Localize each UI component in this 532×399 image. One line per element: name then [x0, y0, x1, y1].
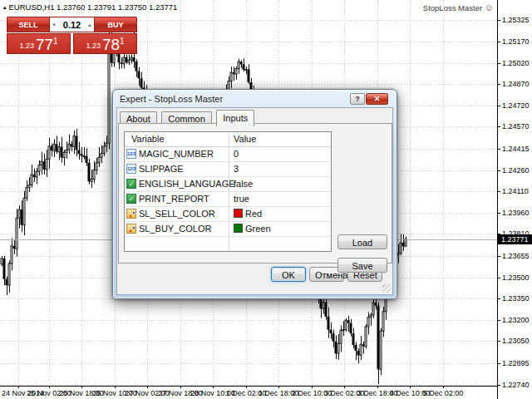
price-tick-mark: [498, 20, 500, 21]
buy-price-pipette: 1: [120, 37, 125, 52]
column-divider: [229, 132, 229, 251]
price-tick-mark: [498, 341, 500, 342]
symbol-ohlc-line: ▴EURUSD,H1 1.23760 1.23791 1.23750 1.237…: [3, 2, 177, 12]
price-tick-label: 1.23050: [502, 337, 530, 345]
price-tick-mark: [498, 256, 500, 257]
price-tick-mark: [498, 149, 500, 150]
color-type-icon: [126, 224, 136, 234]
time-tick-mark: [410, 387, 411, 388]
int-type-icon: 123: [126, 149, 136, 159]
lot-increase-button[interactable]: ▴: [86, 17, 94, 32]
price-tick-label: 1.24110: [502, 187, 529, 195]
price-tick-label: 1.23350: [502, 294, 530, 303]
price-tick-label: 1.22740: [502, 381, 530, 389]
tab-inputs[interactable]: Inputs: [216, 110, 254, 126]
parameter-value[interactable]: Green: [234, 224, 271, 234]
ok-button[interactable]: OK: [271, 267, 306, 282]
price-tick-label: 1.24570: [502, 122, 530, 131]
price-tick-label: 1.24720: [502, 101, 530, 110]
parameter-value[interactable]: 3: [234, 164, 239, 174]
buy-button[interactable]: BUY: [95, 17, 137, 32]
sell-price-box[interactable]: 1.23 77 1: [7, 33, 71, 54]
parameter-value[interactable]: false: [234, 179, 253, 189]
time-tick-mark: [246, 387, 247, 388]
price-axis[interactable]: 1.253251.251701.250201.248701.247201.245…: [497, 0, 532, 399]
smiley-icon: ☺: [485, 2, 494, 12]
price-tick-label: 1.24415: [502, 145, 530, 153]
parameter-name: SLIPPAGE: [139, 164, 184, 174]
dialog-title[interactable]: Expert - StopLoss Master: [120, 92, 223, 106]
time-tick-mark: [213, 387, 214, 388]
column-header-variable: Variable: [131, 134, 165, 144]
time-tick-mark: [147, 387, 148, 388]
time-tick-mark: [18, 387, 19, 388]
collapse-arrow-icon[interactable]: ▴: [3, 4, 7, 10]
expert-watermark: StopLoss Master ☺: [423, 2, 494, 12]
column-header-value: Value: [234, 134, 256, 144]
time-tick-mark: [312, 387, 313, 388]
parameter-row[interactable]: 123MAGIC_NUMBER0: [125, 147, 331, 162]
price-tick-mark: [498, 126, 500, 127]
parameter-value[interactable]: Red: [234, 209, 262, 219]
price-tick-mark: [498, 213, 500, 214]
parameters-table: Variable Value 123MAGIC_NUMBER0123SLIPPA…: [124, 131, 332, 252]
parameter-value[interactable]: 0: [234, 149, 239, 159]
price-tick-label: 1.25020: [502, 59, 530, 67]
time-axis[interactable]: 24 Nov 201425 Nov 02:0025 Nov 18:0026 No…: [0, 386, 497, 399]
sell-button[interactable]: SELL: [7, 17, 49, 32]
price-tick-mark: [498, 106, 500, 106]
time-tick-mark: [115, 387, 116, 388]
table-header-row: Variable Value: [125, 132, 331, 147]
price-tick-mark: [498, 191, 500, 192]
resize-grip[interactable]: [382, 284, 391, 293]
price-tick-mark: [498, 84, 500, 85]
bool-type-icon: ✓: [126, 179, 136, 189]
close-icon[interactable]: ✕: [366, 93, 388, 105]
inputs-tab-page: Variable Value 123MAGIC_NUMBER0123SLIPPA…: [118, 123, 392, 264]
parameter-value[interactable]: true: [234, 194, 249, 204]
parameter-row[interactable]: ✓ENGLISH_LANGUAGEfalse: [125, 177, 331, 192]
price-tick-label: 1.25325: [502, 16, 530, 24]
save-button[interactable]: Save: [337, 258, 387, 273]
lot-size-value[interactable]: 0.12: [58, 20, 86, 30]
symbol-ohlc-text: EURUSD,H1 1.23760 1.23791 1.23750 1.2377…: [9, 2, 178, 12]
price-tick-label: 1.24260: [502, 166, 530, 175]
parameter-name: MAGIC_NUMBER: [139, 149, 214, 159]
parameter-name: SL_BUY_COLOR: [139, 224, 211, 234]
sell-price-pipette: 1: [53, 37, 58, 52]
current-price-marker: 1.23771: [498, 234, 532, 244]
price-tick-mark: [498, 298, 500, 299]
sell-price-pips: 77: [36, 37, 53, 52]
one-click-trading-panel: SELL ▾ 0.12 ▴ BUY 1.23 77 1 1.23 78 1: [7, 17, 137, 54]
parameter-row[interactable]: 123SLIPPAGE3: [125, 162, 331, 177]
lot-decrease-button[interactable]: ▾: [50, 17, 58, 32]
sell-price-prefix: 1.23: [19, 42, 34, 52]
time-tick-mark: [344, 387, 345, 388]
color-swatch: [234, 209, 243, 218]
price-tick-mark: [498, 385, 500, 386]
time-tick-mark: [443, 387, 444, 388]
price-tick-label: 1.25170: [502, 37, 530, 46]
buy-price-box[interactable]: 1.23 78 1: [73, 33, 137, 54]
time-tick-mark: [180, 387, 181, 388]
price-tick-label: 1.24870: [502, 80, 530, 88]
help-button[interactable]: ?: [350, 93, 365, 105]
buy-price-pips: 78: [102, 37, 120, 52]
parameter-row[interactable]: SL_BUY_COLORGreen: [125, 222, 331, 237]
int-type-icon: 123: [126, 164, 136, 174]
price-tick-label: 1.23200: [502, 316, 530, 324]
metatrader-window: ▴EURUSD,H1 1.23760 1.23791 1.23750 1.237…: [0, 0, 532, 399]
time-tick-mark: [377, 387, 378, 388]
dialog-body: About Common Inputs Variable Value 123MA…: [116, 107, 393, 295]
parameter-name: ENGLISH_LANGUAGE: [139, 179, 235, 189]
buy-price-prefix: 1.23: [86, 42, 101, 52]
parameter-row[interactable]: SL_SELL_COLORRed: [125, 207, 331, 222]
price-tick-mark: [498, 170, 500, 171]
time-tick-mark: [81, 387, 82, 388]
price-tick-mark: [498, 42, 500, 42]
load-button[interactable]: Load: [337, 234, 387, 249]
time-tick-mark: [278, 387, 279, 388]
parameter-row[interactable]: ✓PRINT_REPORTtrue: [125, 192, 331, 207]
color-swatch: [234, 224, 243, 233]
expert-watermark-text: StopLoss Master: [423, 3, 482, 12]
